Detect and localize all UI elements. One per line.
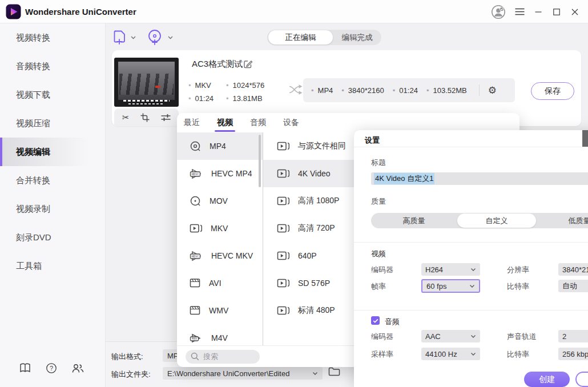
sidebar-item-video-compress[interactable]: 视频压缩 xyxy=(0,109,105,138)
format-item-mov[interactable]: MOV xyxy=(177,187,263,215)
video-thumbnail[interactable] xyxy=(114,58,179,107)
format-label: HEVC MP4 xyxy=(211,169,252,178)
tab-video[interactable]: 视频 xyxy=(217,113,233,132)
chevron-down-icon xyxy=(469,284,475,288)
video-bitrate-select[interactable]: 自动 xyxy=(558,280,588,292)
sidebar-item-video-download[interactable]: 视频下载 xyxy=(0,80,105,109)
audio-channels-label: 声音轨道 xyxy=(507,332,537,342)
resolution-label: 与源文件相同 xyxy=(298,141,346,151)
tab-device[interactable]: 设备 xyxy=(283,113,299,132)
minimize-button[interactable] xyxy=(529,0,548,23)
menu-button[interactable] xyxy=(510,0,529,23)
tab-editing[interactable]: 正在编辑 xyxy=(268,30,333,45)
browse-folder-icon[interactable] xyxy=(328,366,340,377)
title-bar: Wondershare UniConverter xyxy=(0,0,588,23)
format-item-mkv[interactable]: MKV xyxy=(177,215,263,242)
scrollbar-thumb[interactable] xyxy=(259,135,261,187)
resolution-label: SD 576P xyxy=(298,279,330,288)
secondary-button-clipped[interactable] xyxy=(575,372,588,387)
quality-option-high[interactable]: 高质量 xyxy=(371,213,457,228)
sidebar: 视频转换 音频转换 视频下载 视频压缩 视频编辑 合并转换 视频录制 刻录DVD… xyxy=(0,23,106,387)
tab-finished[interactable]: 编辑完成 xyxy=(334,30,380,45)
library-book-icon[interactable] xyxy=(19,362,31,374)
format-item-hevc-mp4[interactable]: HEVC HEVC MP4 xyxy=(177,160,263,187)
output-settings-gear-icon[interactable]: ⚙ xyxy=(488,86,497,95)
add-file-button[interactable] xyxy=(113,30,136,46)
quality-option-label: 自定义 xyxy=(486,216,508,226)
create-button[interactable]: 创建 xyxy=(524,372,570,387)
edit-tools-bar: ✂ xyxy=(114,108,179,126)
add-dvd-button[interactable] xyxy=(147,29,173,46)
quality-option-low[interactable]: 低质量 xyxy=(537,213,588,228)
video-encoder-value: H264 xyxy=(425,265,443,274)
close-button[interactable] xyxy=(565,0,585,23)
trim-scissors-icon[interactable]: ✂ xyxy=(122,113,130,122)
sidebar-item-screen-record[interactable]: 视频录制 xyxy=(0,195,105,223)
video-framerate-select[interactable]: 60 fps xyxy=(421,279,480,293)
chevron-down-icon xyxy=(470,334,476,338)
audio-bitrate-label: 比特率 xyxy=(507,349,529,360)
search-box[interactable] xyxy=(186,350,260,364)
file-title: AC3格式测试 xyxy=(192,59,243,70)
title-input[interactable]: 4K Video 自定义1 xyxy=(371,172,588,185)
format-label: HEVC MKV xyxy=(211,251,253,260)
sidebar-item-label: 刻录DVD xyxy=(16,232,51,243)
video-encoder-select[interactable]: H264 xyxy=(421,263,480,276)
divider xyxy=(354,242,588,243)
maximize-button[interactable] xyxy=(547,0,566,23)
help-icon[interactable]: ? xyxy=(45,362,58,374)
output-duration: 01:24 xyxy=(393,86,418,95)
settings-panel: 设置 标题 4K Video 自定义1 质量 高质量 自定义 低质量 视频 编码… xyxy=(354,130,588,387)
account-avatar[interactable] xyxy=(489,0,508,23)
video-bitrate-label: 比特率 xyxy=(507,281,529,292)
quality-option-custom[interactable]: 自定义 xyxy=(457,213,536,228)
title-field-label: 标题 xyxy=(371,158,386,168)
audio-checkbox[interactable] xyxy=(371,316,380,325)
video-file-icon xyxy=(277,277,290,289)
create-label: 创建 xyxy=(539,374,555,385)
quality-option-label: 低质量 xyxy=(569,216,588,226)
sidebar-item-audio-convert[interactable]: 音频转换 xyxy=(0,52,105,80)
tab-recent[interactable]: 最近 xyxy=(184,113,200,132)
sidebar-item-label: 视频转换 xyxy=(16,33,50,43)
video-file-icon xyxy=(277,195,290,207)
sidebar-item-label: 视频编辑 xyxy=(16,147,50,158)
close-icon xyxy=(571,9,578,15)
effects-sliders-icon[interactable] xyxy=(161,114,171,122)
crop-icon[interactable] xyxy=(140,113,150,122)
sidebar-item-video-convert[interactable]: 视频转换 xyxy=(0,23,105,52)
resolution-label: 标清 480P xyxy=(298,305,335,316)
tab-audio[interactable]: 音频 xyxy=(250,113,266,132)
svg-text:M4V: M4V xyxy=(192,337,197,340)
sidebar-item-label: 视频压缩 xyxy=(16,118,50,129)
sidebar-item-merge-convert[interactable]: 合并转换 xyxy=(0,166,105,195)
sidebar-item-toolbox[interactable]: 工具箱 xyxy=(0,252,105,280)
sidebar-item-burn-dvd[interactable]: 刻录DVD xyxy=(0,223,105,252)
tab-label: 视频 xyxy=(217,118,233,128)
save-button[interactable]: 保存 xyxy=(531,82,574,100)
rename-edit-icon[interactable] xyxy=(243,59,253,69)
m4v-icon: M4V xyxy=(190,332,203,344)
share-users-icon[interactable] xyxy=(71,362,84,374)
video-file-icon xyxy=(277,250,290,261)
hevc-icon: HEVC xyxy=(190,168,203,180)
format-item-avi[interactable]: AVI xyxy=(177,269,263,297)
format-item-m4v[interactable]: M4V M4V xyxy=(177,324,263,345)
sidebar-item-video-edit[interactable]: 视频编辑 xyxy=(0,138,105,166)
audio-samplerate-select[interactable]: 44100 Hz xyxy=(421,348,480,360)
format-item-hevc-mkv[interactable]: HEVC HEVC MKV xyxy=(177,242,263,269)
output-folder-select[interactable]: E:\Wondershare UniConverter\Edited xyxy=(163,367,323,380)
search-input[interactable] xyxy=(203,352,255,361)
source-duration: 01:24 xyxy=(188,94,214,103)
app-title: Wondershare UniConverter xyxy=(25,7,136,17)
tab-label: 最近 xyxy=(184,118,200,128)
format-item-wmv[interactable]: WMV xyxy=(177,297,263,324)
video-resolution-select[interactable]: 3840*2160 xyxy=(558,263,588,276)
format-item-mp4[interactable]: MP4 xyxy=(177,132,263,160)
format-popup-tabs: 最近 视频 音频 设备 xyxy=(177,113,519,132)
audio-bitrate-select[interactable]: 256 kbps xyxy=(558,348,588,360)
add-disc-icon xyxy=(147,29,163,46)
audio-channels-select[interactable]: 2 xyxy=(558,330,588,342)
audio-encoder-select[interactable]: AAC xyxy=(421,330,480,342)
format-label: M4V xyxy=(211,333,228,342)
